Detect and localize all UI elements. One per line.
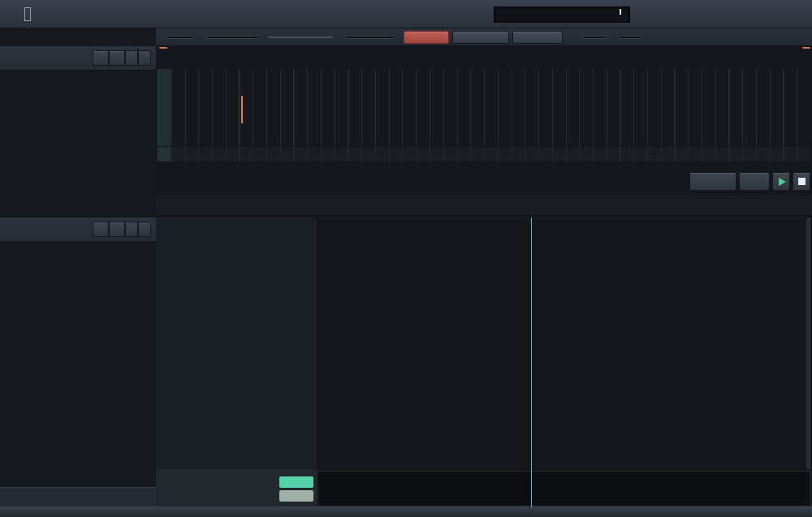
active-slice-highlight <box>158 69 171 146</box>
overview-slice-highlight <box>158 147 171 162</box>
preset-next-icon[interactable] <box>138 222 151 237</box>
sample-playhead <box>241 96 243 123</box>
transport <box>689 172 810 191</box>
sidebar <box>0 28 156 506</box>
beat-numbers <box>317 218 810 226</box>
presets-header <box>0 218 156 242</box>
crop-button[interactable] <box>404 31 449 44</box>
initial-logo <box>24 7 31 21</box>
track-pane <box>156 218 317 469</box>
mode-tabs <box>156 170 812 192</box>
grid-rows <box>317 226 810 469</box>
sync-bpm-button[interactable] <box>512 31 563 44</box>
play-button[interactable] <box>772 172 790 191</box>
playhead <box>531 218 532 507</box>
note-ruler <box>158 57 810 68</box>
project-bpm-value[interactable] <box>581 36 607 39</box>
play-icon <box>779 178 786 186</box>
velocity-lane[interactable] <box>317 471 810 506</box>
song-mode-button[interactable] <box>739 172 770 191</box>
author-bar <box>0 487 156 506</box>
sample-toolbar <box>156 28 812 46</box>
pattern-mode-button[interactable] <box>689 172 736 191</box>
play-to-end-button[interactable] <box>452 31 509 44</box>
end-marker[interactable] <box>802 47 810 49</box>
top-bar <box>0 0 812 28</box>
create-button[interactable] <box>93 50 109 66</box>
library-header <box>0 46 156 71</box>
save-button[interactable] <box>93 222 109 237</box>
init-button[interactable] <box>109 222 125 237</box>
grid-scrollbar[interactable] <box>806 218 810 469</box>
library-prev-icon[interactable] <box>125 50 138 66</box>
library-next-icon[interactable] <box>138 50 151 66</box>
stop-icon <box>798 178 806 185</box>
waveform-overview[interactable] <box>158 147 810 162</box>
waveform-display[interactable] <box>158 69 810 146</box>
velocity-lane-button[interactable] <box>279 476 313 488</box>
stretch-select[interactable] <box>345 36 395 39</box>
reverb-panel <box>156 469 317 506</box>
plugin-window <box>0 0 812 517</box>
shop-button[interactable] <box>109 50 125 66</box>
preset-prev-icon[interactable] <box>125 222 138 237</box>
sample-bpm-value[interactable] <box>618 36 642 39</box>
sequencer-toolbar <box>156 195 812 216</box>
level-meter <box>494 6 630 23</box>
panning-lane-button[interactable] <box>279 490 313 502</box>
start-note-value[interactable] <box>166 36 194 39</box>
sidebar-tabs <box>0 30 156 46</box>
slice-mode-select[interactable] <box>206 36 260 39</box>
marker-row <box>156 46 812 57</box>
lane-scrollbar[interactable] <box>314 476 317 502</box>
start-marker[interactable] <box>159 47 167 49</box>
step-grid[interactable] <box>317 218 810 469</box>
stop-button[interactable] <box>793 172 810 191</box>
slice-slider[interactable] <box>268 37 333 38</box>
bottom-strip <box>0 506 812 517</box>
